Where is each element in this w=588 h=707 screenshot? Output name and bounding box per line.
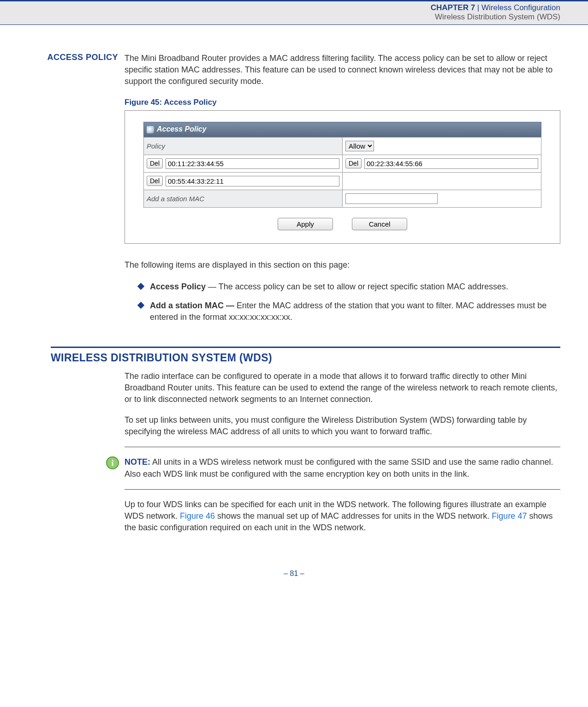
mac-field-3[interactable]	[166, 176, 339, 186]
delete-mac-button-3[interactable]: Del	[147, 176, 163, 186]
bullet-access-policy: Access Policy — The access policy can be…	[138, 281, 560, 293]
add-mac-field[interactable]	[345, 193, 438, 204]
figure-45: Access Policy Policy Allow	[125, 110, 560, 243]
panel-icon	[147, 126, 154, 133]
info-icon: i	[106, 456, 119, 469]
chapter-title: Wireless Configuration	[481, 3, 560, 12]
mac-field-2[interactable]	[364, 158, 538, 169]
section-divider	[51, 347, 560, 348]
wds-p3-b: shows the manual set up of MAC addresses…	[215, 511, 492, 521]
figure-47-link[interactable]: Figure 47	[492, 511, 527, 521]
bullet-icon	[137, 302, 145, 309]
wds-paragraph-1: The radio interface can be configured to…	[125, 371, 560, 406]
header-subtitle: Wireless Distribution System (WDS)	[0, 12, 560, 22]
following-items-text: The following items are displayed in thi…	[125, 259, 560, 271]
access-policy-table: Policy Allow Del	[143, 137, 541, 208]
note-divider-bottom	[125, 489, 560, 490]
bullet-icon	[137, 283, 145, 290]
wds-paragraph-3: Up to four WDS links can be specified fo…	[125, 499, 560, 534]
access-policy-panel-header: Access Policy	[143, 122, 541, 137]
bullet-1-text: — The access policy can be set to allow …	[206, 282, 508, 291]
bullet-1-bold: Access Policy	[150, 282, 206, 291]
note-label: NOTE:	[125, 457, 150, 467]
bullet-2-bold: Add a station MAC —	[150, 301, 237, 310]
figure-46-link[interactable]: Figure 46	[180, 511, 215, 521]
note-block: i NOTE: All units in a WDS wireless netw…	[106, 456, 560, 479]
panel-title: Access Policy	[157, 124, 207, 134]
delete-mac-button-1[interactable]: Del	[147, 158, 163, 168]
wds-paragraph-2: To set up links between units, you must …	[125, 414, 560, 437]
policy-label-cell: Policy	[144, 137, 343, 155]
bullet-add-station-mac: Add a station MAC — Enter the MAC addres…	[138, 300, 560, 323]
note-text: All units in a WDS wireless network must…	[125, 457, 553, 478]
empty-cell	[343, 172, 541, 190]
apply-button[interactable]: Apply	[278, 218, 333, 230]
page-number: – 81 –	[0, 569, 588, 578]
section-label-access-policy: ACCESS POLICY	[28, 53, 125, 62]
page-header: CHAPTER 7 | Wireless Configuration Wirel…	[0, 0, 588, 25]
note-divider-top	[125, 447, 560, 447]
wds-section-title: WIRELESS DISTRIBUTION SYSTEM (WDS)	[51, 352, 560, 364]
add-mac-label-cell: Add a station MAC	[144, 190, 343, 207]
chapter-number: CHAPTER 7	[431, 3, 475, 12]
mac-field-1[interactable]	[166, 158, 339, 169]
delete-mac-button-2[interactable]: Del	[345, 158, 362, 168]
header-line-1: CHAPTER 7 | Wireless Configuration	[0, 3, 560, 12]
cancel-button[interactable]: Cancel	[352, 218, 407, 230]
access-policy-intro: The Mini Broadband Router provides a MAC…	[125, 53, 560, 88]
header-sep: |	[475, 3, 481, 12]
figure-45-caption: Figure 45: Access Policy	[125, 97, 560, 108]
policy-select[interactable]: Allow	[345, 141, 374, 151]
